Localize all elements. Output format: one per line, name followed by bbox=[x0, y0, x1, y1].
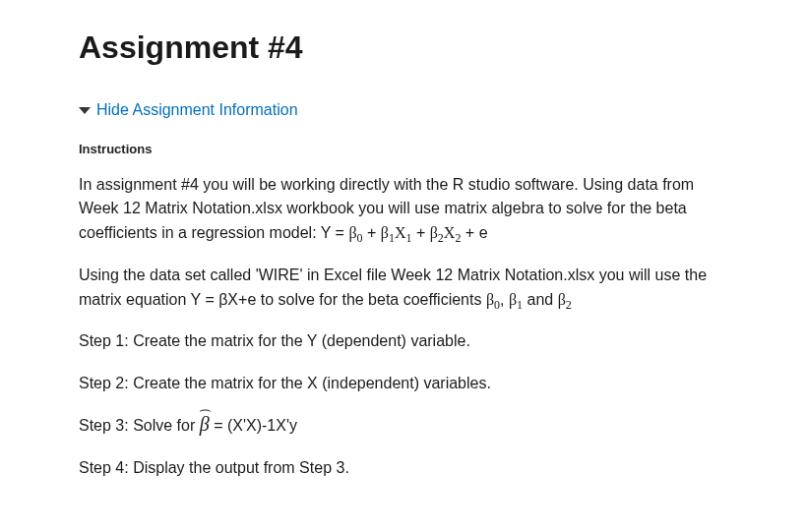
step-2: Step 2: Create the matrix for the X (ind… bbox=[79, 372, 726, 396]
intro-paragraph-2: Using the data set called 'WIRE' in Exce… bbox=[79, 264, 726, 313]
step-3: Step 3: Solve for β = (X'X)-1X'y bbox=[79, 414, 726, 439]
page-title: Assignment #4 bbox=[79, 24, 726, 71]
instructions-heading: Instructions bbox=[79, 140, 726, 159]
step-1: Step 1: Create the matrix for the Y (dep… bbox=[79, 329, 726, 354]
caret-down-icon bbox=[79, 107, 91, 114]
instructions-body: In assignment #4 you will be working dir… bbox=[79, 173, 726, 481]
step-4: Step 4: Display the output from Step 3. bbox=[79, 456, 726, 481]
hide-assignment-info-toggle[interactable]: Hide Assignment Information bbox=[79, 98, 726, 122]
intro-paragraph-1: In assignment #4 you will be working dir… bbox=[79, 173, 726, 246]
beta-hat-icon: β bbox=[200, 414, 210, 434]
hide-assignment-info-label: Hide Assignment Information bbox=[96, 98, 298, 122]
